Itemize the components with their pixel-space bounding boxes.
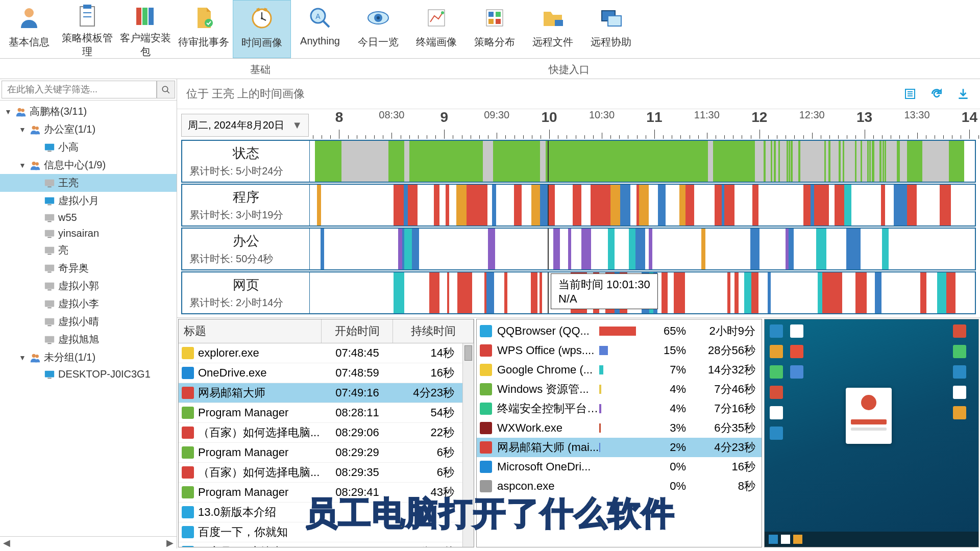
- ribbon-doc[interactable]: 待审批事务: [175, 0, 233, 58]
- tree-caret[interactable]: ▼: [18, 354, 27, 362]
- tree-label: 王亮: [58, 176, 79, 190]
- ribbon-user[interactable]: 基本信息: [0, 0, 58, 58]
- tree-caret[interactable]: ▼: [4, 108, 12, 116]
- tree-label: DESKTOP-J0IC3G1: [58, 368, 151, 380]
- track-2[interactable]: 办公累计时长: 50分4秒: [181, 228, 976, 270]
- row-title: explorer.exe: [198, 346, 259, 360]
- tree-label: yinsairan: [58, 228, 99, 239]
- ribbon-label: 远程文件: [532, 35, 573, 49]
- app-dur: 6分35秒: [686, 420, 758, 436]
- svg-point-31: [162, 86, 168, 92]
- app-row[interactable]: WPS Office (wps....15%28分56秒: [477, 341, 762, 360]
- tree-item[interactable]: yinsairan: [0, 226, 177, 241]
- hour-label: 9: [440, 109, 448, 126]
- tree-item[interactable]: DESKTOP-J0IC3G1: [0, 366, 177, 382]
- table-row[interactable]: explorer.exe07:48:4514秒: [179, 343, 462, 363]
- app-name: 网易邮箱大师 (mai...: [497, 440, 599, 455]
- time-cursor[interactable]: [548, 185, 549, 226]
- row-dur: 16秒: [393, 365, 459, 381]
- date-picker[interactable]: 周二, 2024年8月20日 ▼: [181, 114, 309, 137]
- tree-item[interactable]: ▼信息中心(1/9): [0, 156, 177, 174]
- app-pct: 4%: [655, 402, 686, 415]
- track-1[interactable]: 程序累计时长: 3小时19分: [181, 184, 976, 227]
- table-row[interactable]: （百家）如何选择电脑...08:29:0622秒: [179, 423, 462, 443]
- ribbon-books[interactable]: 客户端安装包: [116, 0, 175, 58]
- search-button[interactable]: [157, 81, 175, 98]
- table-row[interactable]: Program Manager08:29:296秒: [179, 443, 462, 463]
- app-dur: 14分32秒: [686, 362, 758, 378]
- track-0[interactable]: 状态累计时长: 5小时24分: [181, 140, 976, 183]
- tree-item[interactable]: 奇异奥: [0, 259, 177, 277]
- doc-icon: [189, 4, 218, 32]
- tree-label: 亮: [58, 243, 68, 257]
- list-button[interactable]: [902, 86, 918, 102]
- hour-label: 8: [335, 109, 344, 126]
- table-row[interactable]: OneDrive.exe07:48:5916秒: [179, 363, 462, 383]
- tree-label: 虚拟小晴: [58, 315, 99, 329]
- th-title[interactable]: 标题: [179, 319, 322, 343]
- tree-item[interactable]: 虚拟小晴: [0, 313, 177, 331]
- track-body[interactable]: 当前时间 10:01:30N/A: [310, 272, 975, 313]
- app-row[interactable]: QQBrowser (QQ...65%2小时9分: [477, 321, 762, 341]
- ribbon-grid[interactable]: 策略分布: [465, 0, 524, 58]
- svg-rect-51: [45, 264, 54, 271]
- time-cursor[interactable]: [548, 272, 549, 313]
- ribbon-clock[interactable]: 时间画像: [233, 0, 291, 58]
- tree-item[interactable]: 亮: [0, 241, 177, 259]
- track-head: 网页累计时长: 2小时14分: [182, 272, 310, 313]
- app-row[interactable]: WXWork.exe3%6分35秒: [477, 418, 762, 438]
- tree-item[interactable]: 小高: [0, 138, 177, 156]
- track-body[interactable]: [310, 141, 975, 182]
- ribbon-chart[interactable]: 终端画像: [407, 0, 465, 58]
- app-row[interactable]: Windows 资源管...4%7分46秒: [477, 380, 762, 399]
- pc-off-icon: [44, 334, 55, 345]
- table-row[interactable]: 百家号_百度搜索08:32:231分27秒: [179, 542, 462, 547]
- svg-point-34: [21, 109, 24, 112]
- screenshot-preview[interactable]: [764, 319, 979, 547]
- row-dur: 6秒: [393, 465, 459, 480]
- grid-icon: [480, 4, 509, 32]
- tree-item[interactable]: 王亮: [0, 174, 177, 192]
- ribbon-eye[interactable]: 今日一览: [349, 0, 407, 58]
- tree-item[interactable]: 虚拟旭旭: [0, 331, 177, 348]
- th-start[interactable]: 开始时间: [322, 319, 393, 343]
- tree-label: 小高: [58, 140, 79, 154]
- search-input[interactable]: [2, 81, 157, 98]
- table-row[interactable]: Program Manager08:28:1154秒: [179, 403, 462, 423]
- tree-item[interactable]: 虚拟小李: [0, 295, 177, 313]
- ribbon-clipboard[interactable]: 策略模板管理: [58, 0, 116, 58]
- ribbon-folder[interactable]: 远程文件: [524, 0, 582, 58]
- table-row[interactable]: （百家）如何选择电脑...08:29:356秒: [179, 463, 462, 483]
- app-row[interactable]: 终端安全控制平台 ...4%7分16秒: [477, 399, 762, 418]
- half-label: 12:30: [799, 109, 825, 121]
- app-bar: [599, 403, 655, 414]
- app-name: Windows 资源管...: [497, 382, 599, 397]
- download-button[interactable]: [955, 86, 971, 102]
- ribbon-remote[interactable]: 远程协助: [582, 0, 640, 58]
- app-row[interactable]: 网易邮箱大师 (mai...2%4分23秒: [477, 438, 762, 457]
- refresh-button[interactable]: [929, 86, 944, 102]
- th-duration[interactable]: 持续时间: [393, 319, 474, 343]
- tree-item[interactable]: ▼未分组(1/1): [0, 348, 177, 366]
- tree-item[interactable]: ▼高鹏格(3/11): [0, 103, 177, 120]
- time-cursor[interactable]: [548, 141, 549, 182]
- tree-caret[interactable]: ▼: [18, 126, 27, 134]
- tree-caret[interactable]: ▼: [18, 161, 27, 169]
- tree-item[interactable]: ▼办公室(1/1): [0, 120, 177, 138]
- time-cursor[interactable]: [548, 229, 549, 269]
- track-body[interactable]: [310, 185, 975, 226]
- ribbon-label: 今日一览: [358, 35, 399, 49]
- half-label: 08:30: [379, 109, 404, 121]
- tree-item[interactable]: 虚拟小月: [0, 192, 177, 210]
- track-3[interactable]: 网页累计时长: 2小时14分当前时间 10:01:30N/A: [181, 271, 976, 314]
- tree-scrollbar[interactable]: ◀▶: [0, 536, 177, 548]
- app-row[interactable]: Microsoft OneDri...0%16秒: [477, 457, 762, 477]
- app-row[interactable]: Google Chrome (...7%14分32秒: [477, 360, 762, 380]
- tree[interactable]: ▼高鹏格(3/11)▼办公室(1/1)小高▼信息中心(1/9)王亮虚拟小月w55…: [0, 101, 177, 536]
- track-body[interactable]: [310, 229, 975, 269]
- svg-rect-54: [47, 289, 51, 290]
- table-row[interactable]: 网易邮箱大师07:49:164分23秒: [179, 383, 462, 403]
- tree-item[interactable]: 虚拟小郭: [0, 277, 177, 295]
- tree-item[interactable]: w55: [0, 210, 177, 226]
- ribbon-search[interactable]: AAnything: [291, 0, 349, 58]
